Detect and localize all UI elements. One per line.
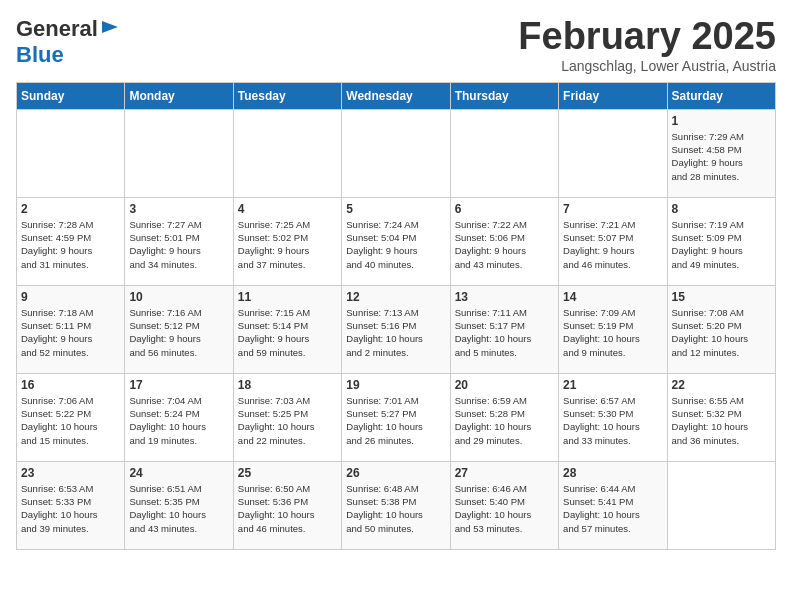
logo: General Blue bbox=[16, 16, 120, 68]
day-number: 5 bbox=[346, 202, 445, 216]
day-number: 1 bbox=[672, 114, 771, 128]
calendar-cell: 7Sunrise: 7:21 AM Sunset: 5:07 PM Daylig… bbox=[559, 197, 667, 285]
day-info: Sunrise: 7:16 AM Sunset: 5:12 PM Dayligh… bbox=[129, 306, 228, 359]
calendar-cell: 26Sunrise: 6:48 AM Sunset: 5:38 PM Dayli… bbox=[342, 461, 450, 549]
day-info: Sunrise: 7:15 AM Sunset: 5:14 PM Dayligh… bbox=[238, 306, 337, 359]
calendar-cell: 10Sunrise: 7:16 AM Sunset: 5:12 PM Dayli… bbox=[125, 285, 233, 373]
calendar-cell: 16Sunrise: 7:06 AM Sunset: 5:22 PM Dayli… bbox=[17, 373, 125, 461]
day-info: Sunrise: 7:24 AM Sunset: 5:04 PM Dayligh… bbox=[346, 218, 445, 271]
day-number: 12 bbox=[346, 290, 445, 304]
day-number: 28 bbox=[563, 466, 662, 480]
calendar-cell: 21Sunrise: 6:57 AM Sunset: 5:30 PM Dayli… bbox=[559, 373, 667, 461]
header-day-sunday: Sunday bbox=[17, 82, 125, 109]
week-row-4: 23Sunrise: 6:53 AM Sunset: 5:33 PM Dayli… bbox=[17, 461, 776, 549]
day-number: 27 bbox=[455, 466, 554, 480]
header-day-saturday: Saturday bbox=[667, 82, 775, 109]
calendar-cell: 25Sunrise: 6:50 AM Sunset: 5:36 PM Dayli… bbox=[233, 461, 341, 549]
day-info: Sunrise: 7:18 AM Sunset: 5:11 PM Dayligh… bbox=[21, 306, 120, 359]
day-number: 23 bbox=[21, 466, 120, 480]
calendar-body: 1Sunrise: 7:29 AM Sunset: 4:58 PM Daylig… bbox=[17, 109, 776, 549]
day-info: Sunrise: 6:48 AM Sunset: 5:38 PM Dayligh… bbox=[346, 482, 445, 535]
day-number: 3 bbox=[129, 202, 228, 216]
calendar-cell bbox=[17, 109, 125, 197]
day-number: 25 bbox=[238, 466, 337, 480]
calendar-cell: 13Sunrise: 7:11 AM Sunset: 5:17 PM Dayli… bbox=[450, 285, 558, 373]
calendar-cell bbox=[342, 109, 450, 197]
header-day-friday: Friday bbox=[559, 82, 667, 109]
calendar-cell: 6Sunrise: 7:22 AM Sunset: 5:06 PM Daylig… bbox=[450, 197, 558, 285]
calendar-cell: 15Sunrise: 7:08 AM Sunset: 5:20 PM Dayli… bbox=[667, 285, 775, 373]
calendar-cell: 14Sunrise: 7:09 AM Sunset: 5:19 PM Dayli… bbox=[559, 285, 667, 373]
calendar-cell: 1Sunrise: 7:29 AM Sunset: 4:58 PM Daylig… bbox=[667, 109, 775, 197]
calendar-cell: 22Sunrise: 6:55 AM Sunset: 5:32 PM Dayli… bbox=[667, 373, 775, 461]
day-number: 21 bbox=[563, 378, 662, 392]
calendar-cell bbox=[559, 109, 667, 197]
day-info: Sunrise: 7:09 AM Sunset: 5:19 PM Dayligh… bbox=[563, 306, 662, 359]
title-block: February 2025 Langschlag, Lower Austria,… bbox=[518, 16, 776, 74]
day-info: Sunrise: 7:25 AM Sunset: 5:02 PM Dayligh… bbox=[238, 218, 337, 271]
day-number: 17 bbox=[129, 378, 228, 392]
day-info: Sunrise: 7:28 AM Sunset: 4:59 PM Dayligh… bbox=[21, 218, 120, 271]
day-info: Sunrise: 7:03 AM Sunset: 5:25 PM Dayligh… bbox=[238, 394, 337, 447]
calendar-cell bbox=[450, 109, 558, 197]
day-number: 18 bbox=[238, 378, 337, 392]
day-info: Sunrise: 7:13 AM Sunset: 5:16 PM Dayligh… bbox=[346, 306, 445, 359]
day-number: 20 bbox=[455, 378, 554, 392]
page-header: General Blue February 2025 Langschlag, L… bbox=[16, 16, 776, 74]
day-info: Sunrise: 6:44 AM Sunset: 5:41 PM Dayligh… bbox=[563, 482, 662, 535]
day-number: 13 bbox=[455, 290, 554, 304]
day-info: Sunrise: 7:27 AM Sunset: 5:01 PM Dayligh… bbox=[129, 218, 228, 271]
calendar-cell bbox=[125, 109, 233, 197]
week-row-1: 2Sunrise: 7:28 AM Sunset: 4:59 PM Daylig… bbox=[17, 197, 776, 285]
calendar-cell: 5Sunrise: 7:24 AM Sunset: 5:04 PM Daylig… bbox=[342, 197, 450, 285]
calendar-cell: 28Sunrise: 6:44 AM Sunset: 5:41 PM Dayli… bbox=[559, 461, 667, 549]
header-day-tuesday: Tuesday bbox=[233, 82, 341, 109]
day-info: Sunrise: 6:50 AM Sunset: 5:36 PM Dayligh… bbox=[238, 482, 337, 535]
day-number: 14 bbox=[563, 290, 662, 304]
calendar-header: SundayMondayTuesdayWednesdayThursdayFrid… bbox=[17, 82, 776, 109]
day-info: Sunrise: 6:51 AM Sunset: 5:35 PM Dayligh… bbox=[129, 482, 228, 535]
day-info: Sunrise: 6:59 AM Sunset: 5:28 PM Dayligh… bbox=[455, 394, 554, 447]
day-info: Sunrise: 6:57 AM Sunset: 5:30 PM Dayligh… bbox=[563, 394, 662, 447]
week-row-2: 9Sunrise: 7:18 AM Sunset: 5:11 PM Daylig… bbox=[17, 285, 776, 373]
day-number: 24 bbox=[129, 466, 228, 480]
calendar-cell: 9Sunrise: 7:18 AM Sunset: 5:11 PM Daylig… bbox=[17, 285, 125, 373]
calendar-cell bbox=[667, 461, 775, 549]
calendar-cell: 27Sunrise: 6:46 AM Sunset: 5:40 PM Dayli… bbox=[450, 461, 558, 549]
day-number: 8 bbox=[672, 202, 771, 216]
day-number: 26 bbox=[346, 466, 445, 480]
day-info: Sunrise: 7:11 AM Sunset: 5:17 PM Dayligh… bbox=[455, 306, 554, 359]
header-day-wednesday: Wednesday bbox=[342, 82, 450, 109]
day-info: Sunrise: 6:46 AM Sunset: 5:40 PM Dayligh… bbox=[455, 482, 554, 535]
week-row-0: 1Sunrise: 7:29 AM Sunset: 4:58 PM Daylig… bbox=[17, 109, 776, 197]
day-info: Sunrise: 7:21 AM Sunset: 5:07 PM Dayligh… bbox=[563, 218, 662, 271]
calendar-table: SundayMondayTuesdayWednesdayThursdayFrid… bbox=[16, 82, 776, 550]
day-number: 11 bbox=[238, 290, 337, 304]
header-day-monday: Monday bbox=[125, 82, 233, 109]
day-info: Sunrise: 7:29 AM Sunset: 4:58 PM Dayligh… bbox=[672, 130, 771, 183]
day-info: Sunrise: 7:22 AM Sunset: 5:06 PM Dayligh… bbox=[455, 218, 554, 271]
logo-general: General bbox=[16, 16, 98, 42]
day-number: 7 bbox=[563, 202, 662, 216]
day-info: Sunrise: 7:01 AM Sunset: 5:27 PM Dayligh… bbox=[346, 394, 445, 447]
day-number: 6 bbox=[455, 202, 554, 216]
calendar-cell: 11Sunrise: 7:15 AM Sunset: 5:14 PM Dayli… bbox=[233, 285, 341, 373]
header-day-thursday: Thursday bbox=[450, 82, 558, 109]
header-row: SundayMondayTuesdayWednesdayThursdayFrid… bbox=[17, 82, 776, 109]
day-info: Sunrise: 6:55 AM Sunset: 5:32 PM Dayligh… bbox=[672, 394, 771, 447]
calendar-cell: 12Sunrise: 7:13 AM Sunset: 5:16 PM Dayli… bbox=[342, 285, 450, 373]
calendar-cell bbox=[233, 109, 341, 197]
logo-arrow-icon bbox=[100, 17, 120, 37]
calendar-cell: 19Sunrise: 7:01 AM Sunset: 5:27 PM Dayli… bbox=[342, 373, 450, 461]
svg-marker-0 bbox=[102, 21, 118, 33]
day-number: 19 bbox=[346, 378, 445, 392]
calendar-cell: 17Sunrise: 7:04 AM Sunset: 5:24 PM Dayli… bbox=[125, 373, 233, 461]
calendar-cell: 4Sunrise: 7:25 AM Sunset: 5:02 PM Daylig… bbox=[233, 197, 341, 285]
calendar-cell: 20Sunrise: 6:59 AM Sunset: 5:28 PM Dayli… bbox=[450, 373, 558, 461]
day-number: 2 bbox=[21, 202, 120, 216]
day-number: 4 bbox=[238, 202, 337, 216]
calendar-subtitle: Langschlag, Lower Austria, Austria bbox=[518, 58, 776, 74]
day-info: Sunrise: 7:08 AM Sunset: 5:20 PM Dayligh… bbox=[672, 306, 771, 359]
day-number: 15 bbox=[672, 290, 771, 304]
calendar-title: February 2025 bbox=[518, 16, 776, 58]
